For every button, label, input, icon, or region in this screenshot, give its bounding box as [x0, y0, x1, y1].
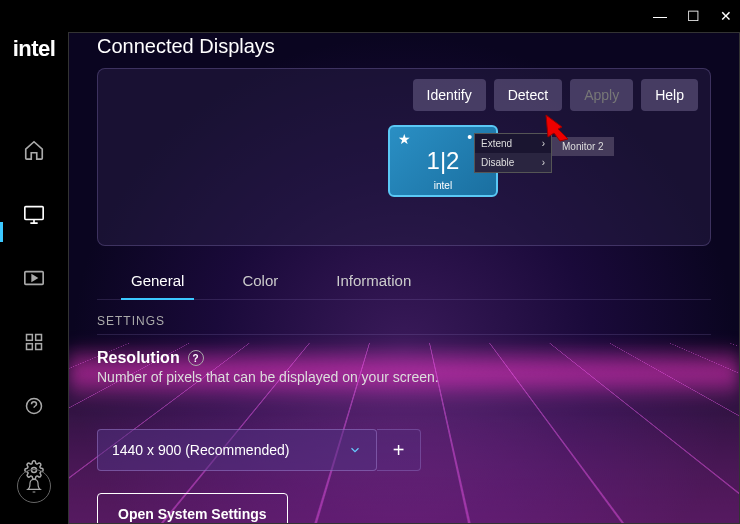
detect-button[interactable]: Detect [494, 79, 562, 111]
chevron-right-icon: › [542, 157, 545, 168]
context-disable[interactable]: Disable › [475, 153, 551, 172]
svg-point-6 [27, 399, 42, 414]
add-resolution-button[interactable]: + [377, 429, 421, 471]
display-arrangement-panel: Identify Detect Apply Help ★ ••• 1|2 int… [97, 68, 711, 246]
help-icon[interactable] [16, 388, 52, 424]
svg-rect-5 [36, 344, 42, 350]
context-disable-label: Disable [481, 157, 514, 168]
help-circle-icon[interactable]: ? [188, 350, 204, 366]
svg-rect-2 [27, 335, 33, 341]
tab-information[interactable]: Information [332, 264, 415, 299]
annotation-arrow-icon [540, 113, 576, 145]
page-title: Connected Displays [97, 35, 711, 58]
tab-general[interactable]: General [127, 264, 188, 299]
home-icon[interactable] [16, 132, 52, 168]
tabs: General Color Information [97, 264, 711, 300]
help-button[interactable]: Help [641, 79, 698, 111]
apply-button: Apply [570, 79, 633, 111]
svg-rect-3 [36, 335, 42, 341]
active-indicator [0, 222, 3, 242]
star-icon: ★ [398, 131, 411, 147]
display-icon[interactable] [16, 196, 52, 232]
brand-logo: intel [13, 36, 56, 62]
display-number: 1|2 [427, 147, 460, 175]
setting-resolution: Resolution ? Number of pixels that can b… [97, 349, 711, 385]
main-content: Connected Displays Identify Detect Apply… [68, 32, 740, 524]
sidebar: intel [0, 32, 68, 524]
video-icon[interactable] [16, 260, 52, 296]
apps-icon[interactable] [16, 324, 52, 360]
chevron-down-icon [348, 443, 362, 457]
resolution-value: 1440 x 900 (Recommended) [112, 442, 289, 458]
minimize-button[interactable]: — [653, 8, 667, 24]
resolution-dropdown[interactable]: 1440 x 900 (Recommended) [97, 429, 377, 471]
titlebar: — ☐ ✕ [0, 0, 740, 32]
resolution-description: Number of pixels that can be displayed o… [97, 369, 711, 385]
open-system-settings-button[interactable]: Open System Settings [97, 493, 288, 524]
section-settings-label: SETTINGS [97, 314, 711, 335]
display-brand: intel [434, 180, 452, 191]
close-button[interactable]: ✕ [720, 8, 732, 24]
svg-rect-0 [25, 207, 43, 220]
context-extend-label: Extend [481, 138, 512, 149]
identify-button[interactable]: Identify [413, 79, 486, 111]
maximize-button[interactable]: ☐ [687, 8, 700, 24]
tab-color[interactable]: Color [238, 264, 282, 299]
resolution-title: Resolution [97, 349, 180, 367]
svg-rect-4 [27, 344, 33, 350]
notifications-icon[interactable] [16, 468, 52, 504]
